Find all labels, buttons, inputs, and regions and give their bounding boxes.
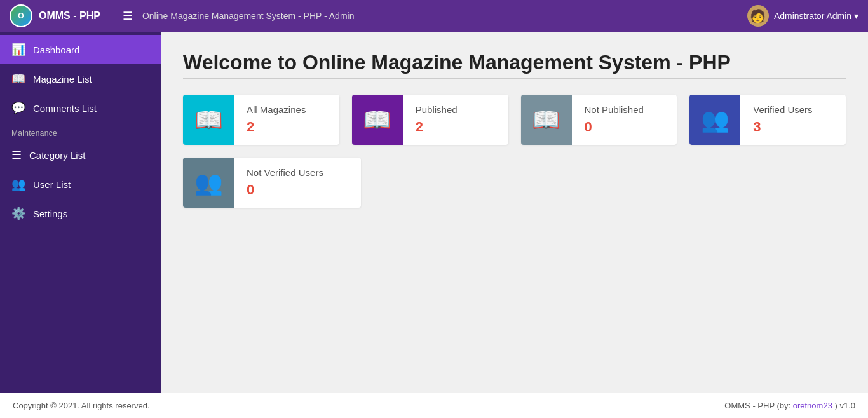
sidebar-item-magazine-list[interactable]: 📖 Magazine List xyxy=(0,64,161,93)
sidebar-item-user-list[interactable]: 👥 User List xyxy=(0,170,161,199)
verified-users-count: 3 xyxy=(753,119,833,135)
cards-row-2: 👥 Not Verified Users 0 xyxy=(183,158,846,208)
navbar-brand: O OMMS - PHP xyxy=(10,4,100,27)
sidebar-item-settings[interactable]: ⚙️ Settings xyxy=(0,199,161,228)
app-wrapper: O OMMS - PHP ☰ Online Magazine Managemen… xyxy=(0,0,868,418)
user-list-icon: 👥 xyxy=(11,177,25,191)
title-divider xyxy=(183,78,846,79)
sidebar-item-category-list[interactable]: ☰ Category List xyxy=(0,140,161,170)
all-magazines-icon: 📖 xyxy=(194,107,223,133)
dashboard-icon: 📊 xyxy=(11,43,25,57)
settings-icon: ⚙️ xyxy=(11,206,25,220)
verified-users-body: Verified Users 3 xyxy=(740,95,846,145)
published-icon: 📖 xyxy=(363,107,391,133)
brand-circle: O xyxy=(11,6,31,26)
category-list-icon: ☰ xyxy=(11,148,22,162)
card-verified-users[interactable]: 👥 Verified Users 3 xyxy=(689,95,846,145)
not-published-body: Not Published 0 xyxy=(572,95,677,145)
hamburger-icon[interactable]: ☰ xyxy=(123,9,133,23)
all-magazines-count: 2 xyxy=(247,119,327,135)
footer-credit-text: OMMS - PHP (by: xyxy=(724,401,792,410)
not-verified-users-label: Not Verified Users xyxy=(247,167,348,178)
card-not-published[interactable]: 📖 Not Published 0 xyxy=(521,95,677,145)
published-body: Published 2 xyxy=(403,95,508,145)
footer-copyright: Copyright © 2021. All rights reserved. xyxy=(13,401,150,410)
card-published[interactable]: 📖 Published 2 xyxy=(352,95,508,145)
not-verified-users-count: 0 xyxy=(247,182,348,198)
sidebar-item-user-label: User List xyxy=(33,179,71,190)
admin-label[interactable]: Adminstrator Admin ▾ xyxy=(774,11,858,21)
sidebar-item-dashboard-label: Dashboard xyxy=(33,44,79,55)
brand-icon: O xyxy=(10,4,32,27)
card-not-verified-users[interactable]: 👥 Not Verified Users 0 xyxy=(183,158,361,208)
card-all-magazines[interactable]: 📖 All Magazines 2 xyxy=(183,95,339,145)
not-verified-users-icon-box: 👥 xyxy=(183,158,234,208)
published-label: Published xyxy=(416,104,496,115)
navbar: O OMMS - PHP ☰ Online Magazine Managemen… xyxy=(0,0,868,32)
page-title: Welcome to Online Magazine Management Sy… xyxy=(183,51,846,74)
main-content: Welcome to Online Magazine Management Sy… xyxy=(161,32,868,393)
cards-row-1: 📖 All Magazines 2 📖 Published 2 xyxy=(183,95,846,145)
sidebar-item-comments-list[interactable]: 💬 Comments List xyxy=(0,93,161,123)
not-published-count: 0 xyxy=(585,119,665,135)
footer: Copyright © 2021. All rights reserved. O… xyxy=(0,393,868,418)
not-published-label: Not Published xyxy=(585,104,665,115)
sidebar-item-magazine-label: Magazine List xyxy=(33,74,92,84)
brand-name: OMMS - PHP xyxy=(39,10,100,22)
not-verified-users-body: Not Verified Users 0 xyxy=(234,158,361,208)
avatar: 🧑 xyxy=(747,5,769,27)
magazine-list-icon: 📖 xyxy=(11,72,25,86)
body-area: 📊 Dashboard 📖 Magazine List 💬 Comments L… xyxy=(0,32,868,393)
sidebar-item-category-label: Category List xyxy=(29,150,85,161)
published-icon-box: 📖 xyxy=(352,95,403,145)
all-magazines-label: All Magazines xyxy=(247,104,327,115)
footer-credit-suffix: ) v1.0 xyxy=(832,401,855,410)
comments-list-icon: 💬 xyxy=(11,101,25,115)
verified-users-icon-box: 👥 xyxy=(689,95,740,145)
maintenance-label: Maintenance xyxy=(0,123,161,140)
sidebar: 📊 Dashboard 📖 Magazine List 💬 Comments L… xyxy=(0,32,161,393)
all-magazines-body: All Magazines 2 xyxy=(234,95,339,145)
not-verified-users-icon: 👥 xyxy=(194,170,223,196)
sidebar-item-dashboard[interactable]: 📊 Dashboard xyxy=(0,35,161,64)
avatar-icon: 🧑 xyxy=(750,8,766,24)
footer-credit-link[interactable]: oretnom23 xyxy=(793,401,832,410)
navbar-title: Online Magazine Management System - PHP … xyxy=(142,11,355,21)
not-published-icon: 📖 xyxy=(532,107,560,133)
not-published-icon-box: 📖 xyxy=(521,95,572,145)
verified-users-icon: 👥 xyxy=(701,107,729,133)
navbar-right: 🧑 Adminstrator Admin ▾ xyxy=(747,5,858,27)
footer-credit: OMMS - PHP (by: oretnom23 ) v1.0 xyxy=(724,401,855,410)
navbar-left: O OMMS - PHP ☰ Online Magazine Managemen… xyxy=(10,4,354,27)
verified-users-label: Verified Users xyxy=(753,104,833,115)
published-count: 2 xyxy=(416,119,496,135)
all-magazines-icon-box: 📖 xyxy=(183,95,234,145)
sidebar-item-settings-label: Settings xyxy=(33,208,67,219)
sidebar-item-comments-label: Comments List xyxy=(33,103,97,114)
